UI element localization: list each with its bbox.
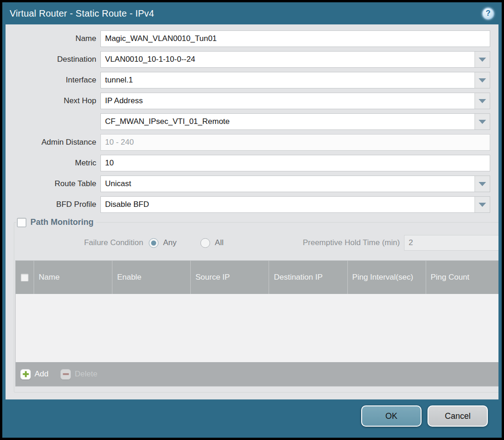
column-header-ping-interval[interactable]: Ping Interval(sec) xyxy=(347,261,426,294)
form-row-bfd-profile: BFD Profile xyxy=(14,196,490,213)
failure-condition-label: Failure Condition xyxy=(15,238,149,247)
form-row-interface: Interface xyxy=(14,72,490,88)
chevron-down-icon xyxy=(479,203,486,207)
radio-all-label: All xyxy=(215,238,223,247)
admin-distance-field xyxy=(100,134,490,151)
admin-distance-input[interactable] xyxy=(101,135,490,150)
help-icon[interactable]: ? xyxy=(482,7,494,20)
route-table-label: Route Table xyxy=(14,179,100,188)
destination-dropdown-button[interactable] xyxy=(475,52,490,67)
dialog-footer: OK Cancel xyxy=(2,399,502,438)
path-monitoring-section: Path Monitoring Failure Condition Any Al… xyxy=(14,217,498,393)
column-header-enable[interactable]: Enable xyxy=(112,261,190,294)
table-body-empty xyxy=(16,294,498,362)
column-header-destination-ip[interactable]: Destination IP xyxy=(269,261,347,294)
static-route-dialog: Virtual Router - Static Route - IPv4 ? N… xyxy=(2,2,502,438)
form-row-destination: Destination xyxy=(14,51,490,68)
column-header-name[interactable]: Name xyxy=(34,261,112,294)
interface-dropdown-button[interactable] xyxy=(475,72,490,88)
path-monitoring-checkbox[interactable] xyxy=(17,218,26,227)
destination-input[interactable] xyxy=(101,52,475,67)
next-hop-value-dropdown-button[interactable] xyxy=(475,114,490,129)
select-all-checkbox[interactable] xyxy=(21,274,29,282)
table-header: Name Enable Source IP Destination IP Pin… xyxy=(16,261,498,294)
radio-any-icon xyxy=(149,238,158,248)
chevron-down-icon xyxy=(479,58,486,62)
interface-field xyxy=(100,72,490,88)
route-table-input[interactable] xyxy=(101,176,475,192)
select-all-cell xyxy=(16,261,34,294)
name-label: Name xyxy=(14,34,100,43)
next-hop-type-field xyxy=(100,93,490,109)
delete-minus-icon xyxy=(60,369,71,380)
next-hop-type-dropdown-button[interactable] xyxy=(475,93,490,109)
destination-label: Destination xyxy=(14,55,100,64)
failure-condition-all-option[interactable]: All xyxy=(200,238,223,248)
admin-distance-label: Admin Distance xyxy=(14,138,100,147)
add-plus-icon xyxy=(20,369,31,380)
route-table-dropdown-button[interactable] xyxy=(475,176,490,192)
path-monitoring-legend: Path Monitoring xyxy=(16,217,96,227)
failure-condition-any-option[interactable]: Any xyxy=(149,238,176,248)
screen: Virtual Router - Static Route - IPv4 ? N… xyxy=(0,0,504,440)
path-monitoring-title: Path Monitoring xyxy=(30,217,94,227)
bfd-profile-input[interactable] xyxy=(101,197,475,212)
chevron-down-icon xyxy=(479,120,486,124)
path-monitoring-table: Name Enable Source IP Destination IP Pin… xyxy=(15,260,498,387)
metric-field xyxy=(100,155,490,171)
bfd-profile-dropdown-button[interactable] xyxy=(475,197,490,212)
table-toolbar: Add Delete xyxy=(16,362,498,386)
next-hop-value-field xyxy=(100,113,490,130)
next-hop-label: Next Hop xyxy=(14,96,100,106)
form-row-next-hop-value xyxy=(14,113,490,130)
dialog-titlebar: Virtual Router - Static Route - IPv4 ? xyxy=(2,2,502,24)
form-row-route-table: Route Table xyxy=(14,176,490,192)
preemptive-hold-time-input[interactable] xyxy=(404,235,498,251)
dialog-content: Name Destination Interface xyxy=(6,24,498,399)
chevron-down-icon xyxy=(479,99,486,103)
cancel-button[interactable]: Cancel xyxy=(428,405,488,427)
add-button[interactable]: Add xyxy=(20,369,48,380)
delete-button-label: Delete xyxy=(75,370,97,379)
name-field xyxy=(100,30,490,47)
metric-input[interactable] xyxy=(101,155,490,171)
radio-all-icon xyxy=(200,238,210,248)
interface-label: Interface xyxy=(14,76,100,85)
column-header-ping-count[interactable]: Ping Count xyxy=(426,261,498,294)
radio-any-label: Any xyxy=(163,238,176,247)
form-row-admin-distance: Admin Distance xyxy=(14,134,490,151)
dialog-title: Virtual Router - Static Route - IPv4 xyxy=(10,8,154,19)
chevron-down-icon xyxy=(479,182,486,186)
preemptive-hold-time-label: Preemptive Hold Time (min) xyxy=(303,238,400,247)
next-hop-type-input[interactable] xyxy=(101,93,475,109)
route-table-field xyxy=(100,176,490,192)
add-button-label: Add xyxy=(35,370,48,379)
interface-input[interactable] xyxy=(101,72,475,88)
ok-button[interactable]: OK xyxy=(361,405,422,427)
failure-condition-row: Failure Condition Any All Preemptive Hol… xyxy=(15,235,498,251)
form-row-metric: Metric xyxy=(14,155,490,171)
destination-field xyxy=(100,51,490,68)
metric-label: Metric xyxy=(14,158,100,168)
column-header-source-ip[interactable]: Source IP xyxy=(190,261,269,294)
chevron-down-icon xyxy=(479,78,486,82)
bfd-profile-label: BFD Profile xyxy=(14,200,100,209)
bfd-profile-field xyxy=(100,196,490,213)
delete-button[interactable]: Delete xyxy=(60,369,97,380)
name-input[interactable] xyxy=(101,31,490,47)
next-hop-value-input[interactable] xyxy=(101,114,475,129)
form-row-next-hop: Next Hop xyxy=(14,93,490,109)
form-row-name: Name xyxy=(14,30,490,47)
